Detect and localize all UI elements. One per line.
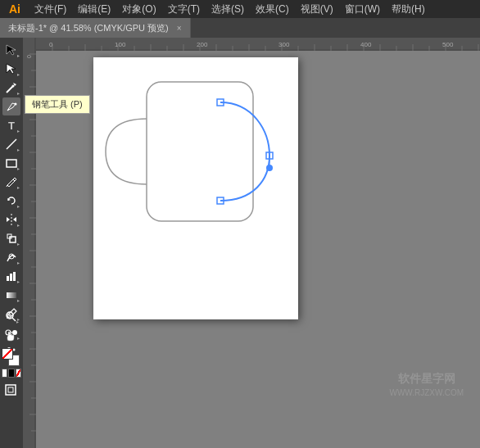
rect-tool-button[interactable] (2, 154, 20, 172)
document-tab[interactable]: 未标题-1* @ 41.58% (CMYK/GPU 预览) × (0, 18, 191, 38)
svg-rect-34 (36, 38, 480, 51)
svg-line-9 (7, 185, 7, 187)
hand-tool-button[interactable] (2, 327, 20, 345)
svg-rect-14 (10, 237, 16, 242)
svg-point-4 (12, 85, 15, 88)
svg-rect-8 (7, 160, 16, 167)
svg-text:300: 300 (278, 41, 290, 48)
direct-selection-tool-button[interactable] (2, 60, 20, 78)
svg-marker-13 (13, 217, 16, 222)
menu-select[interactable]: 选择(S) (206, 1, 249, 18)
svg-marker-0 (7, 45, 16, 55)
graph-tool-button[interactable] (2, 267, 20, 285)
toolbar-bottom (2, 307, 21, 399)
menu-object[interactable]: 对象(O) (117, 1, 161, 18)
svg-marker-12 (7, 217, 10, 222)
toolbar: 钢笔工具 (P) T (0, 38, 23, 448)
selection-tool-button[interactable] (2, 41, 20, 59)
tab-label: 未标题-1* @ 41.58% (CMYK/GPU 预览) (8, 22, 169, 34)
artboard (93, 57, 298, 319)
scale-tool-button[interactable] (2, 229, 20, 247)
menu-window[interactable]: 窗口(W) (340, 1, 385, 18)
svg-rect-69 (23, 38, 36, 448)
svg-point-5 (15, 103, 17, 106)
svg-text:0: 0 (49, 41, 53, 48)
svg-rect-19 (13, 272, 16, 281)
svg-rect-96 (147, 82, 253, 221)
svg-text:0: 0 (26, 55, 32, 58)
svg-line-6 (7, 109, 9, 111)
watermark-line1: 软件星字网 (389, 371, 464, 387)
svg-line-2 (7, 86, 13, 93)
mirror-tool-button[interactable] (2, 210, 20, 229)
tab-bar: 未标题-1* @ 41.58% (CMYK/GPU 预览) × (0, 18, 480, 38)
watermark-line2: WWW.RJZXW.COM (389, 387, 464, 399)
warp-tool-button[interactable] (2, 248, 20, 266)
menu-type[interactable]: 文字(T) (163, 1, 205, 18)
app-logo: Ai (3, 0, 26, 18)
pen-tool-button[interactable] (2, 97, 20, 115)
svg-rect-17 (7, 276, 9, 281)
vertical-ruler: 0 (23, 38, 36, 448)
type-tool-icon: T (8, 120, 15, 132)
horizontal-ruler: 0 100 200 300 400 500 (36, 38, 480, 51)
watermark: 软件星字网 WWW.RJZXW.COM (389, 371, 464, 399)
svg-text:500: 500 (442, 41, 454, 48)
type-tool-button[interactable]: T (2, 116, 20, 134)
fill-color-button[interactable] (2, 369, 7, 378)
menu-help[interactable]: 帮助(H) (387, 1, 430, 18)
color-mode-buttons (2, 369, 21, 378)
menu-file[interactable]: 文件(F) (29, 1, 71, 18)
svg-text:200: 200 (197, 41, 208, 48)
color-swatches[interactable] (2, 348, 20, 366)
no-color-button[interactable] (16, 369, 21, 378)
svg-line-29 (12, 318, 16, 321)
stroke-color-button[interactable] (8, 369, 14, 378)
svg-text:100: 100 (115, 41, 126, 48)
svg-text:400: 400 (360, 41, 372, 48)
menu-view[interactable]: 视图(V) (296, 1, 338, 18)
svg-marker-1 (7, 64, 16, 74)
gradient-tool-button[interactable] (2, 286, 20, 304)
svg-rect-32 (6, 385, 16, 395)
main-layout: 钢笔工具 (P) T (0, 38, 480, 448)
menu-bar: Ai 文件(F) 编辑(E) 对象(O) 文字(T) 选择(S) 效果(C) 视… (0, 0, 480, 18)
menu-effect[interactable]: 效果(C) (251, 1, 294, 18)
menu-items-container: 文件(F) 编辑(E) 对象(O) 文字(T) 选择(S) 效果(C) 视图(V… (29, 1, 430, 18)
menu-edit[interactable]: 编辑(E) (73, 1, 115, 18)
zoom-tool-button[interactable] (2, 307, 20, 325)
svg-rect-33 (8, 387, 13, 392)
foreground-color-swatch[interactable] (2, 348, 13, 360)
screen-mode-button[interactable] (2, 381, 20, 399)
canvas-area[interactable]: 0 100 200 300 400 500 (23, 38, 480, 448)
rotate-tool-button[interactable] (2, 192, 20, 210)
svg-line-7 (7, 139, 16, 149)
svg-rect-18 (10, 274, 12, 281)
magic-wand-tool-button[interactable] (2, 79, 20, 97)
svg-rect-20 (7, 292, 16, 298)
tab-close-button[interactable]: × (177, 24, 182, 33)
line-tool-button[interactable] (2, 135, 20, 153)
pencil-tool-button[interactable] (2, 173, 20, 191)
